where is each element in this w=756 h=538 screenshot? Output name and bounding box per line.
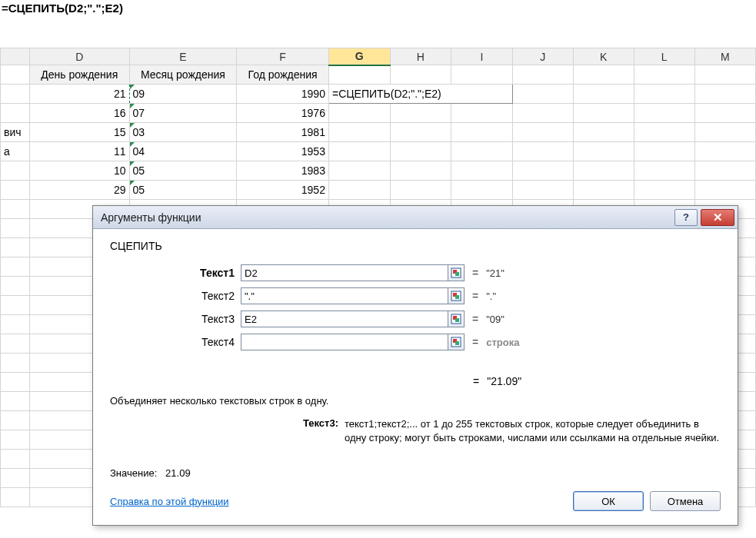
arg-result: "21" — [486, 267, 505, 279]
cell[interactable]: 11 — [29, 142, 129, 161]
value-result: 21.09 — [165, 467, 191, 479]
range-select-button[interactable] — [448, 287, 465, 304]
equals-icon: = — [472, 336, 478, 348]
cell[interactable]: 29 — [29, 181, 129, 200]
col-header-L[interactable]: L — [634, 48, 694, 65]
col-header-H[interactable]: H — [390, 48, 451, 65]
svg-rect-8 — [455, 318, 459, 322]
svg-rect-2 — [455, 272, 459, 276]
function-result: "21.09" — [487, 375, 521, 387]
col-header-F[interactable]: F — [237, 48, 329, 65]
close-button[interactable]: ✕ — [701, 209, 734, 226]
col-header-D[interactable]: D — [29, 48, 129, 65]
arg-input-4[interactable] — [241, 334, 448, 350]
cell[interactable]: 1953 — [237, 142, 329, 161]
arg-desc-text: текст1;текст2;... от 1 до 255 текстовых … — [345, 417, 721, 444]
arg-label: Текст1 — [110, 267, 241, 279]
cell[interactable]: 05 — [129, 161, 237, 181]
cell[interactable]: 07 — [129, 104, 237, 123]
cancel-button[interactable]: Отмена — [650, 491, 721, 511]
col-header-I[interactable]: I — [451, 48, 513, 65]
cell[interactable]: 09 — [129, 85, 237, 104]
value-label: Значение: — [110, 467, 157, 479]
cell[interactable]: 10 — [29, 161, 129, 181]
range-select-button[interactable] — [448, 311, 465, 327]
dialog-titlebar[interactable]: Аргументы функции ? ✕ — [93, 206, 738, 229]
function-name: СЦЕПИТЬ — [110, 240, 721, 252]
arg-label: Текст4 — [110, 336, 241, 348]
row-prefix: а — [1, 142, 30, 161]
cell[interactable]: 1976 — [237, 104, 329, 123]
header-cell[interactable]: Год рождения — [237, 65, 329, 85]
arg-label: Текст3 — [110, 313, 241, 325]
formula-bar[interactable]: =СЦЕПИТЬ(D2;".";E2) — [2, 2, 123, 15]
dialog-title: Аргументы функции — [101, 211, 201, 224]
equals-icon: = — [472, 290, 478, 302]
cell[interactable]: 21 — [29, 85, 129, 104]
cell[interactable]: 04 — [129, 142, 237, 161]
row-prefix: вич — [1, 123, 30, 142]
function-description: Объединяет несколько текстовых строк в о… — [110, 395, 721, 407]
equals-icon: = — [472, 267, 478, 279]
function-arguments-dialog: Аргументы функции ? ✕ СЦЕПИТЬ Текст1 = "… — [92, 205, 738, 526]
cell[interactable]: 1983 — [237, 161, 329, 181]
svg-rect-5 — [455, 295, 459, 299]
cell[interactable]: 1981 — [237, 123, 329, 142]
arg-result: "." — [486, 291, 496, 302]
arg-label: Текст2 — [110, 290, 241, 302]
column-header-row: D E F G H I J K L M — [1, 48, 756, 65]
arg-input-2[interactable] — [241, 287, 448, 304]
arg-result: "09" — [486, 314, 505, 325]
col-header-E[interactable]: E — [129, 48, 237, 65]
range-select-button[interactable] — [448, 264, 465, 281]
help-button[interactable]: ? — [674, 209, 698, 226]
col-header-J[interactable]: J — [512, 48, 573, 65]
cell[interactable]: 1952 — [237, 181, 329, 200]
range-select-button[interactable] — [448, 334, 465, 350]
col-header-G[interactable]: G — [328, 48, 390, 65]
col-header-M[interactable]: M — [694, 48, 755, 65]
ok-button[interactable]: ОК — [573, 491, 644, 511]
arg-desc-label: Текст3: — [110, 417, 345, 444]
help-link[interactable]: Справка по этой функции — [110, 496, 229, 507]
cell[interactable]: 16 — [29, 104, 129, 123]
active-formula-cell[interactable]: =СЦЕПИТЬ(D2;".";E2) — [328, 85, 512, 104]
arg-input-3[interactable] — [241, 311, 448, 327]
equals-icon: = — [472, 313, 478, 325]
header-cell[interactable]: День рождения — [29, 65, 129, 85]
col-header-K[interactable]: K — [573, 48, 634, 65]
arg-result: строка — [486, 337, 519, 348]
cell[interactable]: 1990 — [237, 85, 329, 104]
cell[interactable]: 03 — [129, 123, 237, 142]
arg-input-1[interactable] — [241, 264, 448, 281]
header-cell[interactable]: Месяц рождения — [129, 65, 237, 85]
equals-icon: = — [473, 375, 479, 387]
cell[interactable]: 05 — [129, 181, 237, 200]
svg-rect-11 — [455, 341, 459, 345]
cell[interactable]: 15 — [29, 123, 129, 142]
